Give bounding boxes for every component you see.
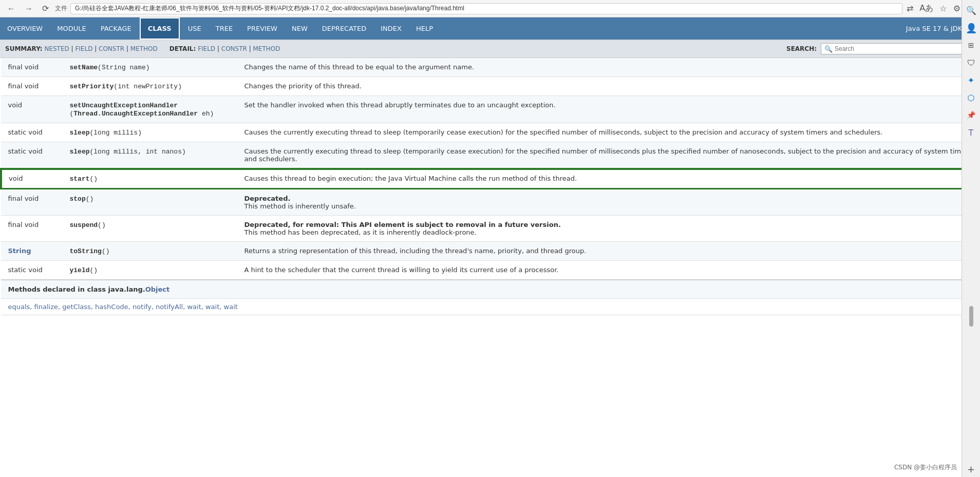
table-row: static void yield() A hint to the schedu… xyxy=(1,261,979,280)
object-link[interactable]: Object xyxy=(145,285,170,293)
settings-icon[interactable]: ⚙ xyxy=(952,3,962,14)
back-button[interactable]: ← xyxy=(4,3,18,14)
method-description: Changes the priority of this thread. xyxy=(237,77,979,96)
table-row: String toString() Returns a string repre… xyxy=(1,242,979,261)
search-input[interactable] xyxy=(835,45,965,52)
summary-bar: SUMMARY: NESTED | FIELD | CONSTR | METHO… xyxy=(0,40,980,58)
bottom-methods-cell: equals, finalize, getClass, hashCode, no… xyxy=(1,299,979,315)
method-signature: start() xyxy=(63,169,237,189)
string-type-link[interactable]: String xyxy=(8,247,31,255)
windows-icon[interactable]: ⊞ xyxy=(963,37,979,53)
nav-package[interactable]: PACKAGE xyxy=(93,18,139,39)
method-description: Changes the name of this thread to be eq… xyxy=(237,58,979,77)
table-row: void setUncaughtExceptionHandler (Thread… xyxy=(1,96,979,123)
table-row: final void stop() Deprecated. This metho… xyxy=(1,189,979,216)
detail-constr[interactable]: CONSTR xyxy=(221,45,247,52)
method-signature: setPriority(int newPriority) xyxy=(63,77,237,96)
method-link[interactable]: sleep xyxy=(70,148,90,156)
detail-field[interactable]: FIELD xyxy=(198,45,215,52)
nav-overview[interactable]: OVERVIEW xyxy=(0,18,50,39)
nav-new[interactable]: NEW xyxy=(285,18,315,39)
app-sidebar: 🔍 👤 ⊞ 🛡 ✦ ⬡ 📌 T + xyxy=(962,0,980,477)
deprecated-label: Deprecated, for removal: This API elemen… xyxy=(244,221,561,228)
nav-use[interactable]: USE xyxy=(181,18,209,39)
nav-tree[interactable]: TREE xyxy=(209,18,240,39)
table-row: final void suspend() Deprecated, for rem… xyxy=(1,216,979,242)
table-row: final void setName(String name) Changes … xyxy=(1,58,979,77)
method-signature: setName(String name) xyxy=(63,58,237,77)
method-description: Causes this thread to begin execution; t… xyxy=(237,169,979,189)
method-link[interactable]: yield xyxy=(70,266,90,274)
method-link[interactable]: sleep xyxy=(70,129,90,137)
method-description: Returns a string representation of this … xyxy=(237,242,979,261)
method-modifier: static void xyxy=(1,261,63,280)
plus-icon[interactable]: + xyxy=(963,461,979,477)
method-description: Set the handler invoked when this thread… xyxy=(237,96,979,123)
summary-constr[interactable]: CONSTR xyxy=(99,45,124,52)
method-link[interactable]: start xyxy=(70,175,90,183)
detail-label: DETAIL: xyxy=(169,45,196,52)
star-icon[interactable]: ☆ xyxy=(938,3,948,14)
forward-button[interactable]: → xyxy=(22,3,36,14)
method-modifier: final void xyxy=(1,58,63,77)
method-signature: stop() xyxy=(63,189,237,216)
method-modifier: void xyxy=(1,96,63,123)
method-link[interactable]: toString xyxy=(70,247,102,255)
watermark: CSDN @姜小白程序员 xyxy=(894,463,957,472)
pin-icon[interactable]: 📌 xyxy=(963,107,979,123)
collections-icon[interactable]: ✦ xyxy=(963,72,979,88)
method-modifier: void xyxy=(1,169,63,189)
method-link[interactable]: suspend xyxy=(70,221,98,229)
declared-section-text: Methods declared in class java.lang. xyxy=(8,285,145,293)
deprecated-label: Deprecated. xyxy=(244,195,291,202)
nav-class[interactable]: CLASS xyxy=(140,17,180,40)
main-content: final void setName(String name) Changes … xyxy=(0,58,980,477)
method-description: A hint to the scheduler that the current… xyxy=(237,261,979,280)
read-icon[interactable]: Aあ xyxy=(918,2,934,15)
summary-method[interactable]: METHOD xyxy=(130,45,158,52)
method-signature: yield() xyxy=(63,261,237,280)
nav-preview[interactable]: PREVIEW xyxy=(240,18,285,39)
shield-icon[interactable]: 🛡 xyxy=(963,54,979,71)
refresh-button[interactable]: ⟳ xyxy=(39,3,52,14)
address-bar[interactable] xyxy=(70,3,902,14)
method-description: Deprecated. This method is inherently un… xyxy=(237,189,979,216)
table-row: final void setPriority(int newPriority) … xyxy=(1,77,979,96)
nav-index[interactable]: INDEX xyxy=(373,18,409,39)
method-signature: sleep(long millis, int nanos) xyxy=(63,142,237,169)
method-signature: sleep(long millis) xyxy=(63,123,237,142)
method-description: Causes the currently executing thread to… xyxy=(237,142,979,169)
nav-deprecated[interactable]: DEPRECATED xyxy=(315,18,373,39)
bottom-methods-row: equals, finalize, getClass, hashCode, no… xyxy=(1,299,979,315)
detail-method[interactable]: METHOD xyxy=(253,45,280,52)
browser-toolbar: ← → ⟳ 文件 ⇄ Aあ ☆ ⚙ ⋯ xyxy=(0,0,980,17)
table-row: static void sleep(long millis) Causes th… xyxy=(1,123,979,142)
summary-right: SEARCH: 🔍 ✕ xyxy=(786,43,975,54)
teams-icon[interactable]: T xyxy=(963,124,979,141)
table-row-highlighted: void start() Causes this thread to begin… xyxy=(1,169,979,189)
method-description: Deprecated, for removal: This API elemen… xyxy=(237,216,979,242)
method-modifier: final void xyxy=(1,77,63,96)
person-icon[interactable]: 👤 xyxy=(963,20,979,36)
summary-label: SUMMARY: xyxy=(5,45,43,52)
file-label: 文件 xyxy=(55,4,67,13)
method-modifier: static void xyxy=(1,142,63,169)
declared-section-cell: Methods declared in class java.lang.Obje… xyxy=(1,280,979,299)
nav-module[interactable]: MODULE xyxy=(50,18,93,39)
table-row: static void sleep(long millis, int nanos… xyxy=(1,142,979,169)
summary-field[interactable]: FIELD xyxy=(75,45,92,52)
method-link[interactable]: setName xyxy=(70,64,98,71)
scroll-thumb xyxy=(969,306,973,327)
search-sidebar-icon[interactable]: 🔍 xyxy=(963,2,979,18)
nav-help[interactable]: HELP xyxy=(409,18,440,39)
method-signature: toString() xyxy=(63,242,237,261)
summary-nested[interactable]: NESTED xyxy=(44,45,69,52)
translate-icon[interactable]: ⇄ xyxy=(906,3,914,14)
method-modifier: final void xyxy=(1,189,63,216)
method-link[interactable]: setPriority xyxy=(70,83,114,90)
method-signature: setUncaughtExceptionHandler (Thread.Unca… xyxy=(63,96,237,123)
method-link[interactable]: setUncaughtExceptionHandler xyxy=(70,102,178,109)
method-link[interactable]: stop xyxy=(70,195,86,203)
search-input-wrap: 🔍 ✕ xyxy=(821,43,975,54)
outlook-icon[interactable]: ⬡ xyxy=(963,89,979,106)
